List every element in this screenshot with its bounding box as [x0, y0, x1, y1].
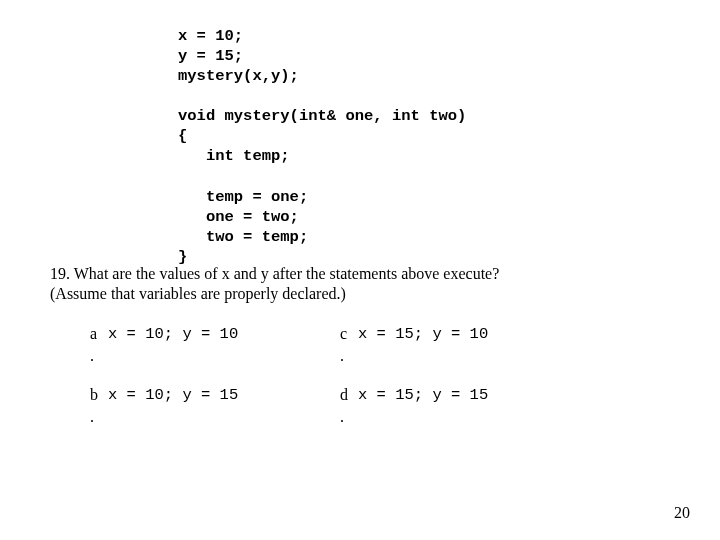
- code-block: x = 10; y = 15; mystery(x,y); void myste…: [178, 26, 466, 268]
- option-d-letter: d: [340, 386, 358, 404]
- option-a-label: a .: [90, 325, 108, 364]
- options-row-1: a . x = 10; y = 10 c . x = 15; y = 10: [90, 325, 590, 364]
- option-a-dot: .: [90, 347, 108, 365]
- option-c-text: x = 15; y = 10: [358, 325, 488, 343]
- option-d-label: d .: [340, 386, 358, 425]
- option-b-letter: b: [90, 386, 108, 404]
- question-text: 19. What are the values of x and y after…: [50, 264, 610, 304]
- option-a-text: x = 10; y = 10: [108, 325, 238, 343]
- option-d-text: x = 15; y = 15: [358, 386, 488, 404]
- question-line1: 19. What are the values of x and y after…: [50, 265, 499, 282]
- option-c: c . x = 15; y = 10: [340, 325, 590, 364]
- option-d: d . x = 15; y = 15: [340, 386, 590, 425]
- question-line2: (Assume that variables are properly decl…: [50, 285, 346, 302]
- page-number: 20: [674, 504, 690, 522]
- option-a-letter: a: [90, 325, 108, 343]
- options-block: a . x = 10; y = 10 c . x = 15; y = 10 b …: [90, 325, 590, 447]
- option-c-dot: .: [340, 347, 358, 365]
- option-b-text: x = 10; y = 15: [108, 386, 238, 404]
- option-b-label: b .: [90, 386, 108, 425]
- page: x = 10; y = 15; mystery(x,y); void myste…: [0, 0, 720, 540]
- option-d-dot: .: [340, 408, 358, 426]
- option-a: a . x = 10; y = 10: [90, 325, 340, 364]
- options-row-2: b . x = 10; y = 15 d . x = 15; y = 15: [90, 386, 590, 425]
- option-c-letter: c: [340, 325, 358, 343]
- option-b: b . x = 10; y = 15: [90, 386, 340, 425]
- option-c-label: c .: [340, 325, 358, 364]
- option-b-dot: .: [90, 408, 108, 426]
